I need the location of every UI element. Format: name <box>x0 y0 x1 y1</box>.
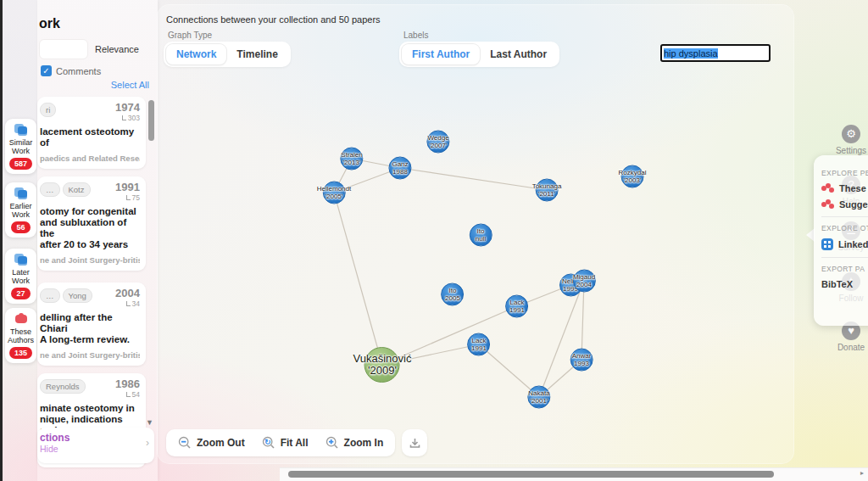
zoom-out-button[interactable]: Zoom Out <box>170 433 253 453</box>
graph-node-lack[interactable]: Lack 1991 <box>471 338 487 352</box>
side-badge-these-authors[interactable]: These Authors135 <box>5 308 36 363</box>
card-year: 1991 <box>115 182 140 193</box>
node-label: Nakata '2001' <box>528 390 549 405</box>
graph-node-vukašinović[interactable]: Vukašinović '2009' <box>353 353 412 377</box>
card-header: …Kotz199175 <box>40 182 140 203</box>
rail-item-settings[interactable]: ⚙Settings <box>835 125 867 155</box>
rail-label: Settings <box>835 146 867 155</box>
badge-count: 27 <box>11 288 30 299</box>
card-meta: 199175 <box>115 182 140 203</box>
card-citations: 75 <box>115 193 140 203</box>
graph-node-lack[interactable]: Lack 1991 <box>509 299 525 314</box>
popup-item-label: Sugges <box>839 199 868 210</box>
card-meta: 198654 <box>115 379 140 400</box>
collections-card[interactable]: ctions Hide › <box>37 428 154 463</box>
popup-item-label: BibTeX <box>821 279 853 289</box>
badge-count: 587 <box>9 158 32 170</box>
comments-filter[interactable]: ✓ Comments <box>41 65 101 76</box>
card-journal: paedics and Related Research <box>40 154 140 163</box>
graph-node-anwar[interactable]: Anwar 1993 <box>572 353 592 367</box>
author-tag[interactable]: … <box>40 288 60 303</box>
graph-node-ito[interactable]: Ito null <box>476 228 486 243</box>
scroll-down-arrow-icon[interactable]: ▼ <box>146 418 153 427</box>
node-label: Hellemondt '2005' <box>317 186 351 200</box>
side-badge-later-work[interactable]: Later Work27 <box>5 249 36 304</box>
graph-node-wedge[interactable]: Wedge '2007' <box>427 135 448 149</box>
graph-node-stralen[interactable]: Stralen '2013' <box>341 152 362 166</box>
scroll-right-arrow-icon[interactable]: ▸ <box>860 469 864 477</box>
graph-node-rozkydal[interactable]: Rozkydal '2003' <box>619 170 647 184</box>
paper-card[interactable]: …Yong200434delling after the Chiari A lo… <box>37 282 146 366</box>
sidebar-search-input[interactable] <box>39 39 88 59</box>
author-tag[interactable]: Kotz <box>63 182 91 197</box>
magnifier-plus-icon <box>326 436 339 450</box>
fit-all-button[interactable]: ↻ Fit All <box>253 433 317 453</box>
zoom-in-button[interactable]: Zoom In <box>317 433 392 453</box>
authors-red-icon <box>821 183 834 193</box>
author-tag[interactable]: Yong <box>63 288 92 303</box>
card-citations: 303 <box>115 113 140 123</box>
citation-count: 54 <box>132 389 140 400</box>
card-header: …Yong200434 <box>40 288 140 309</box>
citation-count: 75 <box>132 193 140 203</box>
download-icon <box>409 437 421 450</box>
paper-card-list: ri1974303lacement osteotomy ofpaedics an… <box>37 97 146 475</box>
select-all-link[interactable]: Select All <box>0 80 149 90</box>
card-title: lacement osteotomy of <box>40 126 140 148</box>
card-title: delling after the Chiari A long-term rev… <box>40 312 140 345</box>
citation-count: 303 <box>128 113 140 123</box>
card-meta: 200434 <box>115 288 140 309</box>
comments-label: Comments <box>56 66 101 76</box>
author-tag[interactable]: ri <box>40 103 56 117</box>
popup-heading: EXPLORE OT <box>821 216 868 232</box>
node-label: Tokunaga '2011' <box>532 183 562 198</box>
graph-canvas[interactable]: Wedge '2007'Stralen '2013'Ganz 1988Helle… <box>159 7 792 461</box>
zoom-button-group: Zoom Out ↻ Fit All Zoom In <box>166 429 395 456</box>
app-window: Similar Work587Earlier Work56Later Work2… <box>0 0 868 481</box>
card-header: Reynolds198654 <box>40 379 140 400</box>
svg-text:↻: ↻ <box>264 438 271 446</box>
graph-node-nakata[interactable]: Nakata '2001' <box>528 390 549 405</box>
gear-icon[interactable]: ⚙ <box>842 125 860 143</box>
horizontal-scrollbar-thumb[interactable] <box>288 471 774 478</box>
rail-item-donate[interactable]: ♥Donate <box>835 322 867 352</box>
node-label: Anwar 1993 <box>572 353 592 367</box>
checkbox-checked-icon[interactable]: ✓ <box>41 65 52 76</box>
collections-hide-link[interactable]: Hide <box>40 444 149 454</box>
citation-icon <box>122 115 126 120</box>
download-button[interactable] <box>402 429 427 456</box>
side-badge-earlier-work[interactable]: Earlier Work56 <box>5 182 36 238</box>
fit-all-icon: ↻ <box>262 436 275 450</box>
paper-card[interactable]: ri1974303lacement osteotomy ofpaedics an… <box>37 97 146 169</box>
graph-node-ito[interactable]: Ito 2005 <box>445 288 460 302</box>
badge-count: 56 <box>11 221 30 233</box>
authors-red-icon <box>14 313 28 325</box>
graph-node-migaud[interactable]: Migaud 2004 <box>573 274 595 288</box>
graph-node-tokunaga[interactable]: Tokunaga '2011' <box>532 183 562 198</box>
badge-count: 135 <box>9 347 32 359</box>
author-tag[interactable]: Reynolds <box>40 379 86 394</box>
graph-node-ganz[interactable]: Ganz 1988 <box>392 161 408 176</box>
popup-item-linked[interactable]: Linked <box>821 238 868 250</box>
card-tags: Reynolds <box>40 379 86 394</box>
popup-item-these-a[interactable]: These A <box>821 183 868 193</box>
sort-dropdown[interactable]: Relevance <box>95 44 139 54</box>
card-year: 2004 <box>115 288 140 299</box>
badge-label: Earlier Work <box>9 202 31 219</box>
documents-blue-icon <box>14 124 28 136</box>
side-badge-similar-work[interactable]: Similar Work587 <box>5 119 36 174</box>
card-tags: ri <box>40 103 56 117</box>
paper-card[interactable]: …Kotz199175otomy for congenital and subl… <box>37 176 146 271</box>
citation-count: 34 <box>132 299 140 309</box>
sidebar-scrollbar-thumb[interactable] <box>148 100 154 141</box>
node-label: Ganz 1988 <box>392 161 408 176</box>
popup-item-bibtex[interactable]: BibTeX <box>821 279 868 289</box>
badge-label: Later Work <box>12 268 30 285</box>
node-label: Rozkydal '2003' <box>619 170 647 184</box>
author-tag[interactable]: … <box>40 182 60 197</box>
popup-item-label: Linked <box>838 239 868 249</box>
graph-node-hellemondt[interactable]: Hellemondt '2005' <box>317 186 351 200</box>
card-tags: …Kotz <box>40 182 91 197</box>
card-journal: ne and Joint Surgery-british <box>40 255 140 265</box>
popup-item-sugges[interactable]: Sugges <box>821 199 868 210</box>
